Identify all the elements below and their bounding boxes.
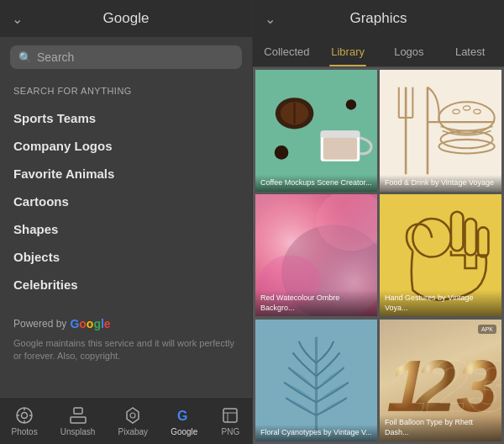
tabs-bar: Collected Library Logos Latest xyxy=(253,37,504,67)
search-item-shapes[interactable]: Shapes xyxy=(0,215,252,243)
search-item-company-logos[interactable]: Company Logos xyxy=(0,132,252,160)
nav-label-photos: Photos xyxy=(12,427,38,436)
svg-rect-16 xyxy=(323,138,357,160)
grid-item-hand[interactable]: Hand Gestures by Vintage Voya... xyxy=(380,194,501,316)
search-item-celebrities[interactable]: Celebrities xyxy=(0,271,252,299)
svg-rect-15 xyxy=(321,131,360,138)
tab-library[interactable]: Library xyxy=(318,37,379,66)
svg-point-1 xyxy=(22,413,28,419)
google-logo: Google xyxy=(70,317,110,330)
nav-label-png: PNG xyxy=(222,427,240,436)
grid-caption-coffee: Coffee Mockups Scene Creator... xyxy=(255,175,377,192)
nav-label-google: Google xyxy=(171,427,197,436)
left-header-title: Google xyxy=(103,10,150,27)
grid-item-numbers[interactable]: 1 2 3 123 APK Foil Balloon Type by Rhett… xyxy=(380,320,501,441)
search-bar[interactable]: 🔍 Search xyxy=(10,45,242,69)
grid-caption-food: Food & Drink by Vintage Voyage xyxy=(380,175,501,192)
svg-rect-37 xyxy=(451,212,464,251)
svg-point-8 xyxy=(130,413,135,418)
svg-rect-10 xyxy=(223,409,237,422)
search-item-cartoons[interactable]: Cartoons xyxy=(0,188,252,215)
right-header: ⌄ Graphics xyxy=(253,0,504,37)
tab-collected[interactable]: Collected xyxy=(256,37,318,66)
svg-rect-38 xyxy=(465,219,476,256)
right-panel: ⌄ Graphics Collected Library Logos Lates… xyxy=(252,0,504,444)
right-chevron-icon[interactable]: ⌄ xyxy=(265,11,276,27)
svg-point-31 xyxy=(474,109,480,114)
apk-badge: APK xyxy=(478,325,496,334)
svg-text:G: G xyxy=(177,409,187,423)
powered-by-text: Powered by xyxy=(13,318,66,330)
nav-item-google[interactable]: G Google xyxy=(171,405,197,436)
unsplash-icon xyxy=(68,405,88,426)
svg-point-30 xyxy=(463,106,470,110)
grid-item-food[interactable]: Food & Drink by Vintage Voyage xyxy=(380,70,501,192)
nav-item-png[interactable]: PNG xyxy=(220,405,240,436)
graphics-grid: Coffee Mockups Scene Creator... xyxy=(253,67,504,444)
grid-caption-watercolour: Red Watecolour Ombre Backgro... xyxy=(255,290,377,316)
left-panel: ⌄ Google 🔍 Search SEARCH FOR ANYTHING Sp… xyxy=(0,0,252,444)
nav-label-pixabay: Pixabay xyxy=(118,427,149,436)
search-suggestions-list: Sports Teams Company Logos Favorite Anim… xyxy=(0,101,252,302)
pixabay-icon xyxy=(123,405,143,426)
svg-rect-7 xyxy=(71,417,86,423)
google-disclaimer: Google maintains this service and it wil… xyxy=(0,330,252,363)
right-header-title: Graphics xyxy=(349,10,407,27)
svg-point-17 xyxy=(275,145,289,160)
search-placeholder: Search xyxy=(37,50,74,64)
grid-item-floral[interactable]: Floral Cyanotypes by Vintage V... xyxy=(255,320,377,441)
search-item-sports-teams[interactable]: Sports Teams xyxy=(0,104,252,132)
svg-rect-39 xyxy=(478,228,488,257)
search-for-anything-label: SEARCH FOR ANYTHING xyxy=(0,77,252,101)
search-item-objects[interactable]: Objects xyxy=(0,243,252,271)
nav-item-photos[interactable]: Photos xyxy=(12,405,38,436)
grid-caption-numbers: Foil Balloon Type by Rhett Dash... xyxy=(380,415,501,441)
nav-label-unsplash: Unsplash xyxy=(60,427,96,436)
svg-point-28 xyxy=(438,140,494,154)
photos-icon xyxy=(14,405,34,426)
svg-point-18 xyxy=(346,99,356,109)
tab-logos[interactable]: Logos xyxy=(379,37,440,66)
nav-item-unsplash[interactable]: Unsplash xyxy=(60,405,96,436)
nav-item-pixabay[interactable]: Pixabay xyxy=(118,405,149,436)
png-icon xyxy=(220,405,240,426)
search-icon: 🔍 xyxy=(18,51,32,64)
grid-item-watercolour[interactable]: Red Watecolour Ombre Backgro... xyxy=(255,194,377,316)
grid-caption-hand: Hand Gestures by Vintage Voya... xyxy=(380,290,501,316)
google-nav-icon: G xyxy=(174,405,194,426)
grid-item-coffee[interactable]: Coffee Mockups Scene Creator... xyxy=(255,70,377,192)
tab-latest[interactable]: Latest xyxy=(439,37,501,66)
left-header: ⌄ Google xyxy=(0,0,252,37)
left-chevron-icon[interactable]: ⌄ xyxy=(12,11,23,27)
svg-point-29 xyxy=(453,109,459,114)
search-item-favorite-animals[interactable]: Favorite Animals xyxy=(0,160,252,188)
grid-caption-floral: Floral Cyanotypes by Vintage V... xyxy=(255,425,377,441)
svg-rect-6 xyxy=(74,408,82,414)
powered-by-section: Powered by Google xyxy=(0,317,252,330)
bottom-nav: Photos Unsplash Pixabay xyxy=(0,397,252,444)
